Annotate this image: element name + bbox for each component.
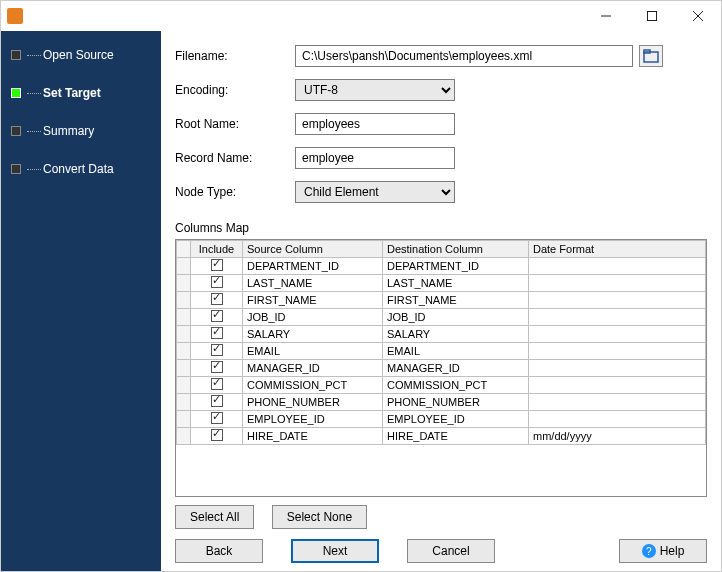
source-cell[interactable]: FIRST_NAME: [243, 292, 383, 309]
source-cell[interactable]: DEPARTMENT_ID: [243, 258, 383, 275]
table-row[interactable]: JOB_IDJOB_ID: [177, 309, 706, 326]
date-format-cell[interactable]: [529, 360, 706, 377]
source-cell[interactable]: MANAGER_ID: [243, 360, 383, 377]
close-button[interactable]: [675, 1, 721, 31]
include-checkbox[interactable]: [211, 395, 223, 407]
step-label: Convert Data: [43, 162, 114, 176]
table-row[interactable]: EMAILEMAIL: [177, 343, 706, 360]
table-row[interactable]: LAST_NAMELAST_NAME: [177, 275, 706, 292]
destination-cell[interactable]: EMPLOYEE_ID: [383, 411, 529, 428]
table-row[interactable]: EMPLOYEE_IDEMPLOYEE_ID: [177, 411, 706, 428]
include-checkbox[interactable]: [211, 259, 223, 271]
include-checkbox[interactable]: [211, 344, 223, 356]
destination-cell[interactable]: EMAIL: [383, 343, 529, 360]
header-date-format[interactable]: Date Format: [529, 241, 706, 258]
filename-label: Filename:: [175, 49, 295, 63]
destination-cell[interactable]: LAST_NAME: [383, 275, 529, 292]
include-checkbox[interactable]: [211, 327, 223, 339]
svg-rect-1: [648, 12, 657, 21]
source-cell[interactable]: PHONE_NUMBER: [243, 394, 383, 411]
step-set-target[interactable]: Set Target: [1, 81, 161, 105]
table-row[interactable]: MANAGER_IDMANAGER_ID: [177, 360, 706, 377]
browse-icon: [643, 49, 659, 63]
columns-table: Include Source Column Destination Column…: [175, 239, 707, 497]
date-format-cell[interactable]: [529, 394, 706, 411]
node-type-select[interactable]: Child Element: [295, 181, 455, 203]
filename-input[interactable]: [295, 45, 633, 67]
destination-cell[interactable]: HIRE_DATE: [383, 428, 529, 445]
include-checkbox[interactable]: [211, 412, 223, 424]
destination-cell[interactable]: FIRST_NAME: [383, 292, 529, 309]
select-none-button[interactable]: Select None: [272, 505, 367, 529]
record-name-label: Record Name:: [175, 151, 295, 165]
table-header-row: Include Source Column Destination Column…: [177, 241, 706, 258]
wizard-sidebar: Open Source Set Target Summary Convert D…: [1, 31, 161, 571]
app-icon: [7, 8, 23, 24]
step-label: Set Target: [43, 86, 101, 100]
destination-cell[interactable]: PHONE_NUMBER: [383, 394, 529, 411]
table-row[interactable]: SALARYSALARY: [177, 326, 706, 343]
titlebar: [1, 1, 721, 31]
destination-cell[interactable]: DEPARTMENT_ID: [383, 258, 529, 275]
minimize-button[interactable]: [583, 1, 629, 31]
header-destination[interactable]: Destination Column: [383, 241, 529, 258]
table-row[interactable]: HIRE_DATEHIRE_DATEmm/dd/yyyy: [177, 428, 706, 445]
cancel-button[interactable]: Cancel: [407, 539, 495, 563]
source-cell[interactable]: SALARY: [243, 326, 383, 343]
help-icon: ?: [642, 544, 656, 558]
source-cell[interactable]: JOB_ID: [243, 309, 383, 326]
include-checkbox[interactable]: [211, 429, 223, 441]
include-checkbox[interactable]: [211, 293, 223, 305]
table-row[interactable]: COMMISSION_PCTCOMMISSION_PCT: [177, 377, 706, 394]
columns-map-label: Columns Map: [175, 221, 707, 235]
date-format-cell[interactable]: [529, 377, 706, 394]
table-row[interactable]: FIRST_NAMEFIRST_NAME: [177, 292, 706, 309]
record-name-input[interactable]: [295, 147, 455, 169]
source-cell[interactable]: EMPLOYEE_ID: [243, 411, 383, 428]
date-format-cell[interactable]: mm/dd/yyyy: [529, 428, 706, 445]
date-format-cell[interactable]: [529, 326, 706, 343]
root-name-input[interactable]: [295, 113, 455, 135]
node-type-label: Node Type:: [175, 185, 295, 199]
destination-cell[interactable]: JOB_ID: [383, 309, 529, 326]
table-row[interactable]: DEPARTMENT_IDDEPARTMENT_ID: [177, 258, 706, 275]
destination-cell[interactable]: SALARY: [383, 326, 529, 343]
table-row[interactable]: PHONE_NUMBERPHONE_NUMBER: [177, 394, 706, 411]
maximize-button[interactable]: [629, 1, 675, 31]
date-format-cell[interactable]: [529, 411, 706, 428]
include-checkbox[interactable]: [211, 378, 223, 390]
encoding-select[interactable]: UTF-8: [295, 79, 455, 101]
destination-cell[interactable]: MANAGER_ID: [383, 360, 529, 377]
include-checkbox[interactable]: [211, 310, 223, 322]
browse-button[interactable]: [639, 45, 663, 67]
help-label: Help: [660, 544, 685, 558]
include-checkbox[interactable]: [211, 276, 223, 288]
date-format-cell[interactable]: [529, 258, 706, 275]
date-format-cell[interactable]: [529, 275, 706, 292]
step-convert-data[interactable]: Convert Data: [1, 157, 161, 181]
root-name-label: Root Name:: [175, 117, 295, 131]
select-all-button[interactable]: Select All: [175, 505, 254, 529]
date-format-cell[interactable]: [529, 309, 706, 326]
step-label: Summary: [43, 124, 94, 138]
date-format-cell[interactable]: [529, 343, 706, 360]
source-cell[interactable]: LAST_NAME: [243, 275, 383, 292]
header-include[interactable]: Include: [191, 241, 243, 258]
source-cell[interactable]: EMAIL: [243, 343, 383, 360]
date-format-cell[interactable]: [529, 292, 706, 309]
include-checkbox[interactable]: [211, 361, 223, 373]
step-summary[interactable]: Summary: [1, 119, 161, 143]
encoding-label: Encoding:: [175, 83, 295, 97]
source-cell[interactable]: COMMISSION_PCT: [243, 377, 383, 394]
back-button[interactable]: Back: [175, 539, 263, 563]
help-button[interactable]: ? Help: [619, 539, 707, 563]
destination-cell[interactable]: COMMISSION_PCT: [383, 377, 529, 394]
step-label: Open Source: [43, 48, 114, 62]
step-open-source[interactable]: Open Source: [1, 43, 161, 67]
next-button[interactable]: Next: [291, 539, 379, 563]
source-cell[interactable]: HIRE_DATE: [243, 428, 383, 445]
header-source[interactable]: Source Column: [243, 241, 383, 258]
